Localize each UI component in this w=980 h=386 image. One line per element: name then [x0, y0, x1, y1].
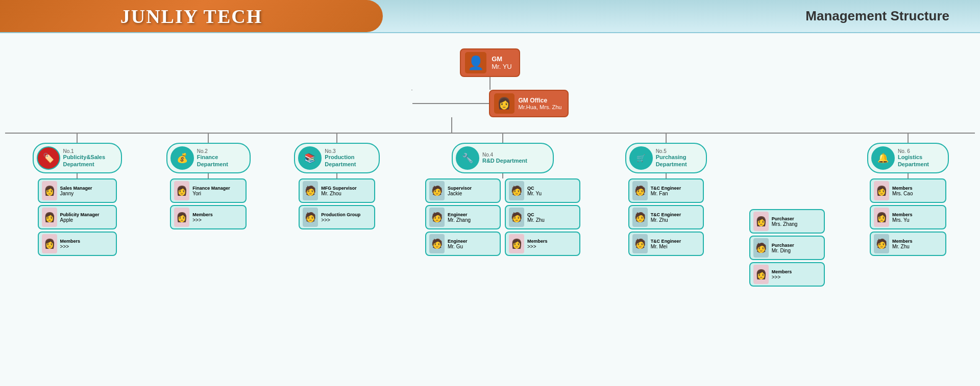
person-zhang-pur: 👩 PurchaserMrs. Zhang	[749, 209, 825, 234]
person-mei: 🧑 T&C EngineerMr. Mei	[628, 231, 704, 256]
person-zhou: 🧑 MFG SupervisorMr. Zhou	[299, 178, 375, 203]
person-jackie: 🧑 SupervisorJackie	[425, 178, 501, 203]
dept-5-pur: 👩 PurchaserMrs. Zhang 🧑 PurchaserMr. Din…	[747, 134, 826, 287]
gm-icon: 👤	[465, 52, 486, 73]
gm-title: GM	[492, 55, 512, 63]
header-title-area: Management Structure	[383, 0, 980, 32]
page-title: Management Structure	[805, 8, 949, 24]
dept-4-box: 🔧 No.4 R&D Department	[452, 143, 554, 173]
person-qc-yu: 🧑 QCMr. Yu	[505, 178, 580, 203]
person-members-2: 👩 Members>>>	[170, 205, 247, 229]
logo-text: JUNLIY TECH	[120, 5, 263, 28]
dept-2-box: 💰 No.2 Finance Department	[166, 143, 251, 173]
gm-office-node: 👩 GM Office Mr.Hua, Mrs. Zhu	[489, 90, 569, 117]
person-janny: 👩 Sales ManagerJanny	[38, 178, 117, 203]
dept-3: 📚 No.3 Production Department 🧑 MFG Super…	[292, 134, 382, 229]
org-chart: 👤 GM Mr. YU 👩 G	[5, 43, 975, 287]
dept-5-tc: 🛒 No.5 Purchasing Department 🧑 T&C Engin…	[624, 134, 708, 256]
header-logo: JUNLIY TECH	[0, 0, 383, 32]
person-yori: 👩 Finance ManagerYori	[170, 178, 247, 203]
person-zhu-log: 🧑 MembersMr. Zhu	[870, 231, 946, 256]
person-fan: 🧑 T&C EngineerMr. Fan	[628, 178, 704, 203]
person-apple: 👩 Publicity ManagerApple	[38, 205, 117, 229]
person-ding: 🧑 PurchaserMr. Ding	[749, 236, 825, 260]
gm-office-icon: 👩	[494, 93, 514, 114]
gm-office-title: GM Office	[519, 97, 562, 104]
person-tc-zhu: 🧑 T&C EngineerMr. Zhu	[628, 205, 704, 229]
main-content: 👤 GM Mr. YU 👩 G	[0, 33, 980, 386]
departments-row: 🏷️ No.1 Publicity&Sales Department 👩 Sal…	[5, 134, 975, 287]
gm-name: Mr. YU	[492, 63, 512, 70]
gm-office-name: Mr.Hua, Mrs. Zhu	[519, 104, 562, 110]
person-members-pur: 👩 Members>>>	[749, 262, 825, 287]
dept-2: 💰 No.2 Finance Department 👩 Finance Mana…	[164, 134, 253, 229]
dept-1-box: 🏷️ No.1 Publicity&Sales Department	[33, 143, 122, 173]
person-production-group: 🧑 Production Group>>>	[299, 205, 375, 229]
dept-5-label: 🛒 No.5 Purchasing Department	[625, 143, 707, 173]
dept-1: 🏷️ No.1 Publicity&Sales Department 👩 Sal…	[30, 134, 125, 256]
person-cao: 👩 MembersMrs. Cao	[870, 178, 946, 203]
person-qc-zhu: 🧑 QCMr. Zhu	[505, 205, 580, 229]
dept-6: 🔔 No. 6 Logistics Department 👩 MembersMr…	[866, 134, 950, 256]
dept-6-box: 🔔 No. 6 Logistics Department	[867, 143, 949, 173]
header: JUNLIY TECH Management Structure	[0, 0, 980, 33]
person-zhang: 🧑 EngineerMr. Zhang	[425, 205, 501, 229]
person-gu: 🧑 EngineerMr. Gu	[425, 231, 501, 256]
person-members-rd: 👩 Members>>>	[505, 231, 580, 256]
gm-node: 👤 GM Mr. YU	[460, 48, 520, 77]
dept-4: 🔧 No.4 R&D Department 🧑 SupervisorJackie	[421, 134, 584, 256]
person-members-1: 👩 Members>>>	[38, 231, 117, 256]
dept-3-box: 📚 No.3 Production Department	[294, 143, 380, 173]
person-yu-log: 👩 MembersMrs. Yu	[870, 205, 946, 229]
